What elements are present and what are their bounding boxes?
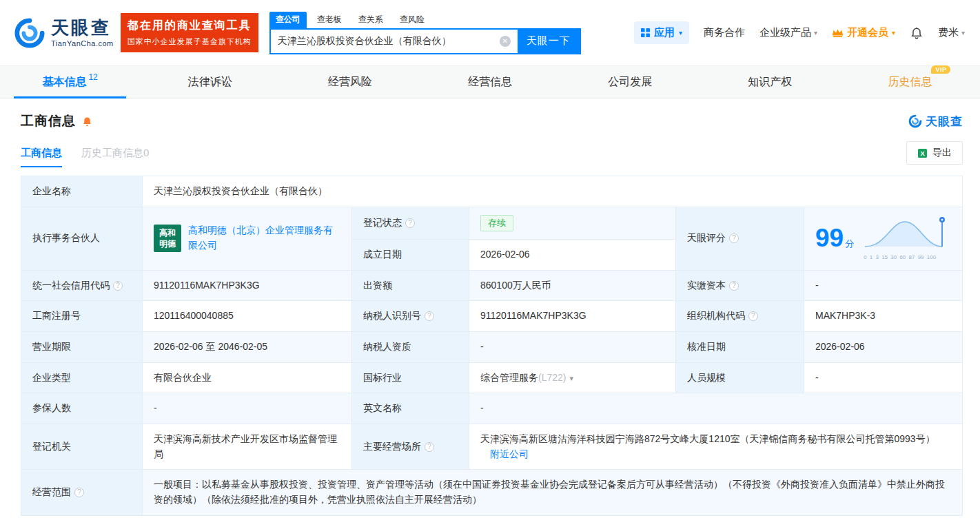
enterprise-label: 企业级产品 [759, 26, 811, 39]
tianyancha-logo-icon [908, 114, 922, 128]
search-button[interactable]: 天眼一下 [518, 30, 580, 53]
partner-logo: 高和明德 [154, 225, 181, 252]
tab-operating-info[interactable]: 经营信息 [420, 66, 560, 98]
value-approval-date: 2026-02-06 [804, 331, 963, 362]
crown-icon [832, 28, 844, 38]
value-taxpayer-id: 91120116MAK7HP3K3G [469, 301, 676, 332]
help-icon[interactable]: ? [425, 442, 434, 452]
subtab-business-info[interactable]: 工商信息 [21, 147, 62, 167]
help-icon[interactable]: ? [405, 218, 415, 228]
value-insured-count: - [143, 393, 352, 424]
help-icon[interactable]: ? [729, 281, 739, 291]
label-tianyan-score: 天眼评分? [676, 207, 804, 270]
svg-text:X: X [920, 150, 925, 157]
help-icon[interactable]: ? [425, 311, 434, 321]
value-company-name: 天津兰沁股权投资合伙企业（有限合伙） [143, 176, 963, 207]
value-registration-status: 存续 [469, 207, 676, 239]
export-label: 导出 [932, 147, 952, 159]
search-tab-boss[interactable]: 查老板 [311, 12, 348, 28]
label-premises: 主要经营场所? [352, 424, 469, 469]
label-approval-date: 核准日期 [676, 331, 804, 362]
tianyancha-logo[interactable]: 天眼查 TianYanCha.com [14, 17, 114, 49]
score-distribution-chart: 0 1 3 15 30 60 87 99 100 [864, 215, 948, 262]
table-row: 营业期限 2026-02-06 至 2046-02-05 纳税人资质 - 核准日… [21, 331, 963, 362]
tab-history-info[interactable]: 历史信息 VIP [840, 66, 980, 98]
tianyancha-watermark: 天眼查 [908, 114, 963, 129]
help-icon[interactable]: ? [74, 488, 84, 497]
search-input[interactable] [271, 36, 500, 47]
search-tab-risk[interactable]: 查风险 [394, 12, 431, 28]
value-org-code: MAK7HP3K-3 [804, 301, 963, 332]
basic-info-count: 12 [88, 72, 97, 82]
label-taxpayer-qualification: 纳税人资质 [352, 331, 469, 362]
label-paid-capital: 实缴资本? [676, 270, 804, 301]
score-axis-labels: 0 1 3 15 30 60 87 99 100 [864, 253, 948, 262]
vip-badge: VIP [931, 65, 950, 74]
label-org-code: 组织机构代码? [676, 301, 804, 332]
help-icon[interactable]: ? [748, 311, 758, 321]
section-head: 工商信息 天眼查 [21, 112, 963, 130]
score-number: 99分 [815, 225, 854, 251]
export-button[interactable]: X 导出 [906, 141, 963, 165]
partner-company-link[interactable]: 高和明德（北京）企业管理服务有限公司 [188, 223, 340, 253]
search-area: 查公司 查老板 查关系 查风险 ✕ 天眼一下 [269, 12, 581, 54]
section-title: 工商信息 [21, 112, 76, 130]
label-credit-code: 统一社会信用代码? [21, 270, 143, 301]
value-credit-code: 91120116MAK7HP3K3G [143, 270, 352, 301]
label-english-name: 英文名称 [352, 393, 469, 424]
tab-intellectual-property[interactable]: 知识产权 [700, 66, 840, 98]
tab-basic-info-label: 基本信息 [42, 75, 86, 90]
value-registration-authority: 天津滨海高新技术产业开发区市场监督管理局 [143, 424, 352, 469]
subscribe-bell-icon[interactable] [81, 116, 93, 127]
tab-operating-risk[interactable]: 经营风险 [280, 66, 420, 98]
logo-name: 天眼查 [51, 18, 114, 38]
table-row: 经营范围? 一般项目：以私募基金从事股权投资、投资管理、资产管理等活动（须在中国… [21, 470, 963, 515]
value-establish-date: 2026-02-06 [469, 239, 676, 270]
label-company-type: 企业类型 [21, 362, 143, 393]
chevron-down-icon[interactable]: ▾ [569, 374, 573, 382]
subtab-history-business-info[interactable]: 历史工商信息0 [81, 147, 149, 167]
label-industry: 国标行业 [352, 362, 469, 393]
table-row: 工商注册号 120116400040885 纳税人识别号? 91120116MA… [21, 301, 963, 332]
company-nav-tabs: 基本信息 12 法律诉讼 经营风险 经营信息 公司发展 知识产权 历史信息 VI… [0, 65, 980, 98]
vip-upgrade-link[interactable]: 开通会员 ▾ [832, 26, 895, 39]
search-box: ✕ 天眼一下 [269, 28, 581, 54]
help-icon[interactable]: ? [729, 233, 739, 243]
user-menu[interactable]: 费米 ▾ [938, 26, 965, 39]
grid-icon [641, 28, 650, 37]
value-business-term: 2026-02-06 至 2046-02-05 [143, 331, 352, 362]
value-staff-size: - [804, 362, 963, 393]
enterprise-products-menu[interactable]: 企业级产品 ▾ [759, 26, 817, 39]
label-staff-size: 人员规模 [676, 362, 804, 393]
search-tab-relation[interactable]: 查关系 [352, 12, 389, 28]
industry-code: (L722) [538, 372, 566, 383]
value-company-type: 有限合伙企业 [143, 362, 352, 393]
tab-history-info-label: 历史信息 [888, 76, 932, 87]
tab-company-development[interactable]: 公司发展 [560, 66, 700, 98]
subtab-row: 工商信息 历史工商信息0 X 导出 [21, 141, 963, 167]
slogan-line1: 都在用的商业查询工具 [127, 19, 252, 33]
label-taxpayer-id: 纳税人识别号? [352, 301, 469, 332]
nearby-companies-link[interactable]: 附近公司 [490, 448, 529, 459]
table-row: 企业类型 有限合伙企业 国标行业 综合管理服务(L722)▾ 人员规模 - [21, 362, 963, 393]
help-icon[interactable]: ? [113, 281, 123, 291]
label-establish-date: 成立日期 [352, 239, 469, 270]
chevron-down-icon: ▾ [814, 29, 817, 37]
tab-basic-info[interactable]: 基本信息 12 [0, 66, 140, 98]
chevron-down-icon: ▾ [892, 29, 895, 37]
value-tianyan-score: 99分 0 1 3 15 30 60 87 99 100 [804, 207, 963, 270]
search-tab-company[interactable]: 查公司 [269, 12, 307, 28]
tab-legal-litigation[interactable]: 法律诉讼 [140, 66, 280, 98]
label-business-term: 营业期限 [21, 331, 143, 362]
clear-icon[interactable]: ✕ [500, 36, 511, 47]
label-registration-authority: 登记机关 [21, 424, 143, 469]
value-capital: 860100万人民币 [469, 270, 676, 301]
business-info-table: 企业名称 天津兰沁股权投资合伙企业（有限合伙） 执行事务合伙人 高和明德 高和明… [21, 176, 963, 516]
label-registration-status: 登记状态? [352, 207, 469, 239]
label-company-name: 企业名称 [21, 176, 143, 207]
logo-domain: TianYanCha.com [51, 39, 114, 48]
table-row: 登记机关 天津滨海高新技术产业开发区市场监督管理局 主要经营场所? 天津滨海高新… [21, 424, 963, 469]
apps-menu[interactable]: 应用 ▾ [634, 21, 689, 44]
business-cooperation-link[interactable]: 商务合作 [704, 26, 745, 39]
notification-bell-icon[interactable] [910, 26, 923, 40]
